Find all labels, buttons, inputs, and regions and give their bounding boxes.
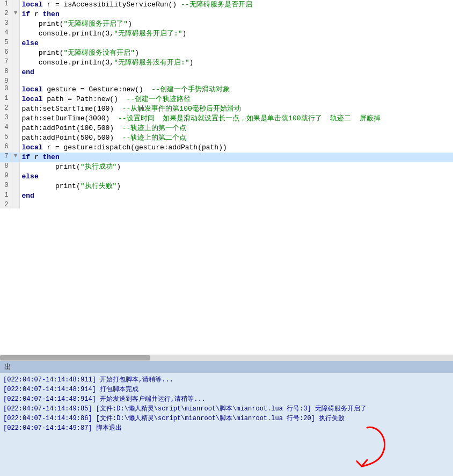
code-editor: 1local r = isAccessibilityServiceRun() -… (0, 0, 453, 355)
code-content: path:setStartTime(100) --从触发事件的第100毫秒后开始… (19, 104, 453, 114)
fold-marker (12, 124, 19, 133)
code-token: end (22, 68, 34, 76)
table-row: 6 print("无障碍服务没有开启") (0, 48, 453, 58)
list-item: [022:04:07-14:14:48:914] 打包脚本完成 (3, 385, 450, 394)
code-token: r = gesture:dispatch(gesture:addPath(pat… (47, 143, 226, 152)
line-number: 0 (0, 182, 12, 191)
code-token: if (22, 10, 34, 18)
fold-marker[interactable]: ▼ (12, 153, 19, 162)
code-token: --轨迹上的第一个点 (122, 124, 187, 132)
code-token: end (22, 192, 34, 200)
table-row: 5path:addPoint(500,500) --轨迹上的第二个点 (0, 133, 453, 143)
code-content: local path = Path:new() --创建一个轨迹路径 (19, 95, 453, 104)
code-content: local r = isAccessibilityServiceRun() --… (19, 0, 453, 10)
line-number: 8 (0, 162, 12, 172)
code-content: end (19, 68, 453, 77)
fold-marker (12, 162, 19, 172)
fold-marker (12, 39, 19, 48)
list-item: [022:04:07-14:14:48:911] 开始打包脚本,请稍等... (3, 375, 450, 385)
code-token: ) (135, 49, 139, 57)
fold-marker (12, 191, 19, 201)
table-row: 9 (0, 77, 453, 85)
code-token: gesture = Gesture:new() (47, 85, 151, 93)
table-row: 3 print("无障碍服务开启了") (0, 19, 453, 29)
line-number: 6 (0, 48, 12, 58)
code-token: --从触发事件的第100毫秒后开始滑动 (122, 105, 241, 113)
code-token: --轨迹上的第二个点 (122, 134, 187, 142)
code-token: local (22, 143, 47, 152)
line-number: 7 (0, 153, 12, 162)
list-item: [022:04:07-14:14:48:914] 开始发送到客户端并运行,请稍等… (3, 394, 450, 404)
code-content: local r = gesture:dispatch(gesture:addPa… (19, 143, 453, 153)
code-content: print("执行成功") (19, 162, 453, 172)
code-token: --创建一个轨迹路径 (127, 95, 191, 103)
table-row: 1local path = Path:new() --创建一个轨迹路径 (0, 95, 453, 104)
red-arrow-annotation (356, 422, 437, 471)
code-token: ) (116, 163, 121, 171)
table-row: 2 (0, 201, 453, 208)
fold-marker (12, 58, 19, 68)
line-number: 8 (0, 68, 12, 77)
code-token: "执行成功" (81, 163, 117, 171)
line-number: 7 (0, 58, 12, 68)
code-token: ) (182, 30, 187, 38)
table-row: 2▼if r then (0, 10, 453, 19)
code-token: --无障碍服务是否开启 (181, 1, 252, 9)
line-number: 1 (0, 95, 12, 104)
table-row: 1end (0, 191, 453, 201)
table-row: 8 print("执行成功") (0, 162, 453, 172)
code-content: if r then (19, 153, 453, 162)
table-row: 2path:setStartTime(100) --从触发事件的第100毫秒后开… (0, 104, 453, 114)
list-item: [022:04:07-14:14:49:85] [文件:D:\懒人精灵\scri… (3, 404, 450, 414)
code-content: local gesture = Gesture:new() --创建一个手势滑动… (19, 85, 453, 95)
code-token: else (22, 172, 39, 181)
fold-marker (12, 0, 19, 10)
code-token: r (34, 10, 43, 18)
table-row: 6local r = gesture:dispatch(gesture:addP… (0, 143, 453, 153)
code-token: "无障碍服务没有开启:" (114, 59, 189, 67)
fold-marker[interactable]: ▼ (12, 10, 19, 19)
code-content: print("无障碍服务开启了") (19, 19, 453, 29)
code-token: "无障碍服务开启了" (64, 20, 128, 28)
table-row: 1local r = isAccessibilityServiceRun() -… (0, 0, 453, 10)
output-header: 出 (0, 361, 453, 373)
table-row: 7▼if r then (0, 153, 453, 162)
fold-marker (12, 77, 19, 85)
code-token: ) (128, 20, 132, 28)
code-token: then (43, 10, 60, 18)
code-token: --创建一个手势滑动对象 (151, 85, 230, 93)
line-number: 6 (0, 143, 12, 153)
table-row: 9else (0, 172, 453, 182)
fold-marker (12, 133, 19, 143)
line-number: 4 (0, 29, 12, 39)
table-row: 4path:addPoint(100,500) --轨迹上的第一个点 (0, 124, 453, 133)
code-token: else (22, 39, 39, 47)
table-row: 7 console.println(3,"无障碍服务没有开启:") (0, 58, 453, 68)
fold-marker (12, 143, 19, 153)
code-token: print( (22, 49, 64, 57)
code-content: console.println(3,"无障碍服务开启了:") (19, 29, 453, 39)
code-content: path:addPoint(100,500) --轨迹上的第一个点 (19, 124, 453, 133)
code-token: r (34, 153, 43, 161)
code-token: console.println(3, (22, 59, 114, 67)
fold-marker (12, 172, 19, 182)
fold-marker (12, 114, 19, 124)
line-number: 2 (0, 201, 12, 208)
line-number: 5 (0, 39, 12, 48)
table-row: 4 console.println(3,"无障碍服务开启了:") (0, 29, 453, 39)
line-number: 2 (0, 10, 12, 19)
horizontal-scrollbar[interactable] (0, 355, 453, 361)
code-token: if (22, 153, 34, 161)
line-number: 0 (0, 85, 12, 95)
code-token: local (22, 85, 47, 93)
line-number: 5 (0, 133, 12, 143)
line-number: 1 (0, 0, 12, 10)
output-header-label: 出 (4, 362, 11, 372)
code-token: ) (116, 182, 121, 190)
code-token: local (22, 1, 47, 9)
scrollbar-thumb[interactable] (0, 355, 150, 360)
code-table: 1local r = isAccessibilityServiceRun() -… (0, 0, 453, 208)
code-token: path:addPoint(500,500) (22, 134, 122, 142)
line-number: 3 (0, 19, 12, 29)
code-token: "无障碍服务没有开启" (64, 49, 135, 57)
